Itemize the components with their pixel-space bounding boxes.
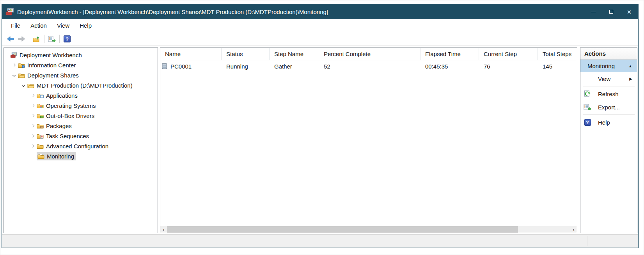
actions-separator	[583, 114, 635, 115]
column-header-percent-complete[interactable]: Percent Complete	[319, 48, 420, 60]
status-bar	[2, 234, 638, 248]
show-console-tree-button[interactable]	[31, 33, 42, 44]
folder-open-icon	[27, 83, 34, 88]
cell-status: Running	[222, 60, 270, 72]
expander-expanded-icon[interactable]	[10, 71, 18, 79]
folder-icon	[37, 143, 44, 149]
close-button[interactable]: ×	[620, 4, 638, 19]
folder-operating-systems-icon	[37, 103, 44, 109]
actions-group-monitoring[interactable]: Monitoring ▲	[580, 60, 637, 72]
folder-drivers-icon	[37, 113, 44, 119]
refresh-icon	[584, 90, 591, 97]
forward-icon	[18, 36, 25, 42]
toolbar-separator	[29, 35, 29, 43]
tree-item-information-center[interactable]: Information Center	[4, 60, 158, 70]
window-title: DeploymentWorkbench - [Deployment Workbe…	[17, 9, 584, 15]
back-button[interactable]	[5, 33, 16, 44]
forward-button[interactable]	[16, 33, 27, 44]
toolbar-separator	[59, 35, 60, 43]
action-label: View	[598, 76, 629, 82]
console-tree-pane: Deployment Workbench Information Center	[4, 47, 158, 233]
menu-view[interactable]: View	[52, 20, 75, 31]
expander-spacer	[29, 152, 37, 160]
collapse-icon[interactable]: ▲	[628, 64, 632, 68]
action-label: Help	[598, 119, 632, 126]
workbench-icon	[10, 52, 17, 58]
tree-item-label: MDT Production (D:\MDTProduction)	[37, 82, 133, 89]
tree-selection-highlight: Monitoring	[37, 152, 76, 160]
menu-action[interactable]: Action	[25, 20, 52, 31]
expander-collapsed-icon[interactable]	[29, 102, 37, 109]
action-help[interactable]: ? Help	[580, 116, 637, 129]
toolbar-separator	[44, 35, 44, 43]
toolbar: ?	[2, 32, 638, 46]
folder-task-sequences-icon	[37, 133, 44, 139]
menu-help[interactable]: Help	[75, 20, 97, 31]
scroll-left-button[interactable]: ‹	[160, 226, 167, 233]
status-bar-divider	[587, 236, 587, 246]
column-header-total-steps[interactable]: Total Steps	[538, 48, 575, 60]
tree-item-operating-systems[interactable]: Operating Systems	[4, 100, 158, 111]
minimize-button[interactable]	[584, 4, 602, 19]
expander-collapsed-icon[interactable]	[29, 122, 37, 130]
folder-monitoring-icon	[37, 153, 44, 159]
tree-item-label: Deployment Workbench	[20, 52, 82, 58]
help-button[interactable]: ?	[62, 33, 73, 44]
app-window: DeploymentWorkbench - [Deployment Workbe…	[2, 4, 639, 248]
action-view[interactable]: View ▶	[580, 72, 637, 85]
column-header-name[interactable]: Name	[160, 48, 222, 60]
expander-collapsed-icon[interactable]	[10, 61, 18, 69]
close-icon: ×	[627, 8, 631, 16]
tree-item-monitoring[interactable]: Monitoring	[4, 151, 158, 161]
folder-applications-icon	[37, 93, 44, 98]
tree-item-label: Monitoring	[47, 153, 74, 160]
expander-collapsed-icon[interactable]	[29, 142, 37, 150]
expander-collapsed-icon[interactable]	[29, 91, 37, 99]
folder-open-icon	[18, 72, 25, 78]
table-row[interactable]: PC0001 Running Gather 52 00:45:35 76 145	[160, 60, 577, 72]
column-header-status[interactable]: Status	[222, 48, 270, 60]
action-export[interactable]: Export...	[580, 100, 637, 114]
tree-item-mdt-production[interactable]: MDT Production (D:\MDTProduction)	[4, 80, 158, 90]
export-list-icon	[48, 36, 56, 42]
list-header: Name Status Step Name Percent Complete E…	[160, 48, 577, 60]
actions-pane: Actions Monitoring ▲ View ▶	[580, 47, 637, 233]
tree-item-task-sequences[interactable]: Task Sequences	[4, 131, 158, 141]
scroll-right-button[interactable]: ›	[570, 226, 577, 233]
folder-info-icon	[18, 62, 25, 68]
export-list-button[interactable]	[46, 33, 57, 44]
action-label: Refresh	[598, 91, 632, 97]
tree-item-label: Task Sequences	[46, 133, 89, 139]
expander-collapsed-icon[interactable]	[29, 132, 37, 140]
tree-item-deployment-workbench[interactable]: Deployment Workbench	[4, 50, 158, 60]
tree-item-label: Applications	[46, 92, 78, 99]
column-header-step-name[interactable]: Step Name	[270, 48, 319, 60]
tree-item-deployment-shares[interactable]: Deployment Shares	[4, 70, 158, 80]
column-header-current-step[interactable]: Current Step	[479, 48, 538, 60]
cell-name: PC0001	[160, 60, 222, 72]
tree-item-label: Advanced Configuration	[46, 143, 108, 149]
cell-total-steps: 145	[538, 60, 575, 72]
horizontal-scrollbar: ‹ ›	[160, 226, 577, 233]
cell-step-name: Gather	[270, 60, 319, 72]
tree-item-out-of-box-drivers[interactable]: Out-of-Box Drivers	[4, 111, 158, 121]
action-refresh[interactable]: Refresh	[580, 87, 637, 100]
computer-icon	[161, 63, 168, 69]
actions-separator	[583, 86, 635, 86]
expander-collapsed-icon[interactable]	[29, 112, 37, 120]
scrollbar-thumb[interactable]	[167, 226, 518, 233]
tree-item-packages[interactable]: Packages	[4, 121, 158, 131]
maximize-button[interactable]	[602, 4, 620, 19]
cell-elapsed-time: 00:45:35	[420, 60, 479, 72]
maximize-icon	[609, 10, 613, 14]
scrollbar-track[interactable]	[167, 226, 570, 233]
submenu-arrow-icon: ▶	[629, 77, 632, 81]
column-header-elapsed-time[interactable]: Elapsed Time	[420, 48, 479, 60]
tree-item-advanced-configuration[interactable]: Advanced Configuration	[4, 141, 158, 151]
minimize-icon	[591, 12, 596, 12]
tree-item-applications[interactable]: Applications	[4, 90, 158, 100]
expander-expanded-icon[interactable]	[20, 81, 27, 89]
export-icon	[584, 104, 591, 111]
menu-file[interactable]: File	[6, 20, 25, 31]
title-bar: DeploymentWorkbench - [Deployment Workbe…	[2, 4, 638, 19]
